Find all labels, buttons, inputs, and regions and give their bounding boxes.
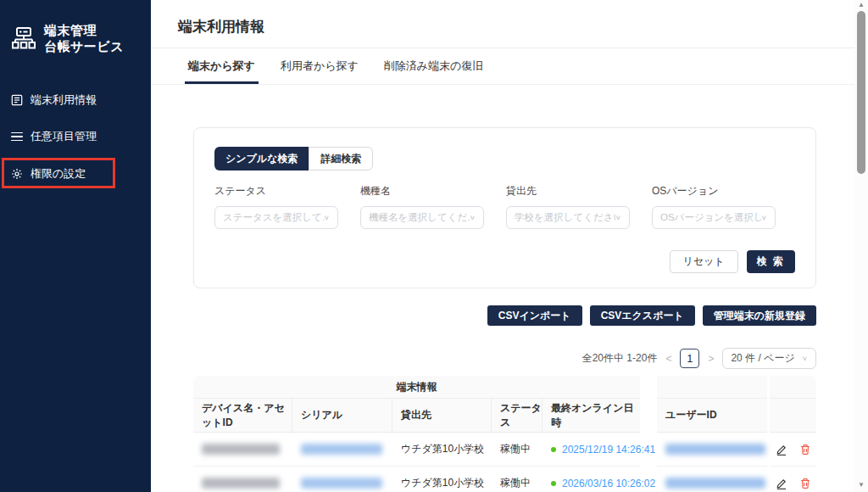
- csv-import-button[interactable]: CSVインポート: [487, 305, 582, 326]
- page-title: 端末利用情報: [178, 17, 264, 36]
- csv-export-button[interactable]: CSVエクスポート: [590, 305, 695, 326]
- cell-serial-redacted[interactable]: [292, 433, 392, 467]
- cell-status: 稼働中: [492, 433, 542, 467]
- online-status-dot: [551, 481, 556, 486]
- sidebar-item-label: 権限の設定: [31, 166, 86, 182]
- col-header-status: ステータス: [492, 399, 542, 433]
- app-logo: 端末管理 台帳サービス: [11, 22, 124, 54]
- edit-button[interactable]: [776, 478, 787, 489]
- gear-icon: [11, 168, 23, 180]
- cell-device-name-redacted: [193, 433, 292, 467]
- next-page-button[interactable]: >: [707, 353, 715, 365]
- sidebar-item-label: 端末利用情報: [31, 92, 97, 108]
- cell-device-name-redacted: [193, 467, 292, 492]
- search-button[interactable]: 検 索: [747, 250, 795, 273]
- col-header-actions: [770, 399, 816, 433]
- cell-actions: [770, 467, 816, 492]
- prev-page-button[interactable]: <: [665, 353, 672, 365]
- chevron-down-icon: ∨: [470, 214, 476, 221]
- table-group-header-actions: [770, 376, 816, 399]
- sidebar-item-device-usage[interactable]: 端末利用情報: [11, 92, 97, 108]
- cell-last-online: 2025/12/19 14:26:41: [542, 433, 640, 467]
- table-group-header-user: [657, 376, 767, 399]
- cell-lend-to: ウチダ第10小学校: [392, 467, 492, 492]
- field-status: ステータス ステータスを選択して... ∨: [214, 184, 360, 229]
- scrollbar-thumb[interactable]: [857, 11, 865, 174]
- search-mode-toggle: シンプルな検索 詳細検索: [214, 147, 373, 171]
- search-actions: リセット 検 索: [670, 250, 795, 273]
- chevron-down-icon: ∨: [761, 214, 767, 221]
- page-number-button[interactable]: 1: [680, 349, 699, 368]
- field-label: ステータス: [214, 184, 360, 198]
- csv-actions: CSVインポート CSVエクスポート 管理端末の新規登録: [193, 305, 816, 326]
- field-label: 貸出先: [506, 184, 652, 198]
- col-header-device: デバイス名・アセットID: [193, 399, 292, 433]
- main-content: 端末利用情報 端末から探す 利用者から探す 削除済み端末の復旧 シンプルな検索 …: [151, 0, 854, 492]
- tab-search-by-user[interactable]: 利用者から探す: [281, 48, 359, 84]
- sidebar-item-label: 任意項目管理: [31, 129, 97, 144]
- scroll-up-arrow-icon[interactable]: ▲: [854, 1, 868, 8]
- chevron-down-icon: ∨: [615, 214, 621, 221]
- edit-button[interactable]: [776, 444, 787, 456]
- field-os-version: OSバージョン OSバージョンを選択し... ∨: [652, 184, 798, 229]
- pagination: 全20件中 1-20件 < 1 > 20 件 / ページ ∨: [193, 348, 816, 369]
- school-select[interactable]: 学校を選択してください ∨: [506, 206, 630, 229]
- cell-serial-redacted[interactable]: [292, 467, 392, 492]
- app-window: 端末管理 台帳サービス 端末利用情報 任意項目管理 権限の設定: [0, 0, 868, 492]
- page-header: 端末利用情報: [151, 0, 854, 48]
- sidebar-item-custom-fields[interactable]: 任意項目管理: [11, 129, 97, 144]
- chevron-down-icon: ∨: [802, 355, 808, 362]
- chevron-down-icon: ∨: [324, 214, 330, 221]
- trash-icon: [799, 478, 811, 489]
- cell-user-id-redacted[interactable]: [657, 433, 767, 467]
- delete-button[interactable]: [799, 478, 811, 489]
- vertical-scrollbar[interactable]: ▲ ▼: [854, 0, 868, 492]
- field-label: OSバージョン: [652, 184, 798, 198]
- trash-icon: [799, 444, 811, 456]
- sidebar-item-permissions[interactable]: 権限の設定: [11, 166, 86, 182]
- tab-search-by-device[interactable]: 端末から探す: [188, 48, 255, 84]
- field-label: 機種名: [360, 184, 506, 198]
- table-group-header-device-info: 端末情報: [193, 376, 640, 399]
- col-header-serial: シリアル: [292, 399, 392, 433]
- device-list-icon: [11, 94, 23, 106]
- simple-search-toggle[interactable]: シンプルな検索: [214, 147, 309, 171]
- search-fields: ステータス ステータスを選択して... ∨ 機種名 機種名を選択してくだ... …: [214, 184, 798, 229]
- app-title: 端末管理 台帳サービス: [44, 22, 124, 54]
- page-size-select[interactable]: 20 件 / ページ ∨: [722, 348, 816, 369]
- cell-last-online: 2026/03/16 10:26:02: [542, 467, 640, 492]
- pagination-summary: 全20件中 1-20件: [582, 351, 658, 366]
- field-model: 機種名 機種名を選択してくだ... ∨: [360, 184, 506, 229]
- pencil-icon: [776, 478, 787, 489]
- advanced-search-toggle[interactable]: 詳細検索: [309, 147, 373, 171]
- pencil-icon: [776, 444, 787, 456]
- device-table: 端末情報 デバイス名・アセットID シリアル 貸出先 ステータス 最終オンライン…: [193, 376, 816, 492]
- register-device-button[interactable]: 管理端末の新規登録: [703, 305, 816, 326]
- field-lend-to: 貸出先 学校を選択してください ∨: [506, 184, 652, 229]
- tab-restore-deleted-device[interactable]: 削除済み端末の復旧: [384, 48, 484, 84]
- sitemap-logo-icon: [11, 25, 36, 51]
- col-header-user-id: ユーザーID: [657, 399, 767, 433]
- col-header-last-online: 最終オンライン日時: [542, 399, 640, 433]
- sidebar: 端末管理 台帳サービス 端末利用情報 任意項目管理 権限の設定: [0, 0, 151, 492]
- reset-button[interactable]: リセット: [670, 250, 738, 273]
- search-panel: シンプルな検索 詳細検索 ステータス ステータスを選択して... ∨ 機種名 機…: [193, 127, 816, 288]
- model-select[interactable]: 機種名を選択してくだ... ∨: [360, 206, 484, 229]
- delete-button[interactable]: [799, 444, 811, 456]
- tab-bar: 端末から探す 利用者から探す 削除済み端末の復旧: [151, 48, 854, 85]
- scroll-down-arrow-icon[interactable]: ▼: [854, 481, 868, 489]
- cell-lend-to: ウチダ第10小学校: [392, 433, 492, 467]
- cell-status: 稼働中: [492, 467, 542, 492]
- col-header-lend-to: 貸出先: [392, 399, 492, 433]
- status-select[interactable]: ステータスを選択して... ∨: [214, 206, 338, 229]
- cell-actions: [770, 433, 816, 467]
- online-status-dot: [551, 447, 556, 452]
- menu-lines-icon: [11, 132, 23, 142]
- os-version-select[interactable]: OSバージョンを選択し... ∨: [652, 206, 776, 229]
- cell-user-id-redacted[interactable]: [657, 467, 767, 492]
